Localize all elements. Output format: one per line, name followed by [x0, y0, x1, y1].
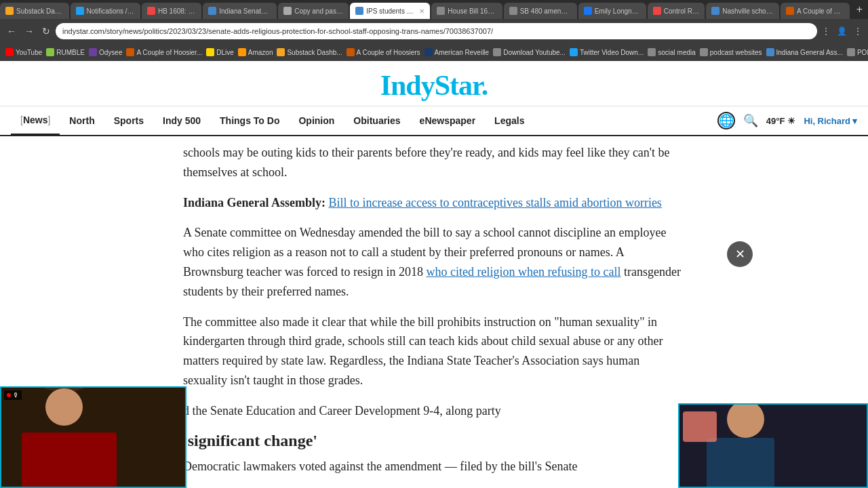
video-right-content: [679, 405, 867, 487]
bookmark-favicon: [425, 48, 433, 56]
bookmark-dlive[interactable]: DLive: [206, 48, 234, 56]
tab-favicon: [711, 7, 719, 15]
tab-label: Notifications / Tw...: [87, 7, 135, 15]
menu-button[interactable]: ⋮: [852, 25, 864, 37]
nav-label-legals: Legals: [494, 115, 524, 126]
site-logo: IndyStar.: [0, 69, 868, 102]
video-badge-text: 🎙: [13, 392, 19, 399]
browser-tabs: Substack Dashb... Notifications / Tw... …: [0, 0, 868, 19]
tab-twitter[interactable]: Notifications / Tw...: [71, 3, 140, 19]
bookmark-favicon: [493, 48, 501, 56]
nav-item-north[interactable]: North: [60, 106, 104, 136]
address-bar[interactable]: indystar.com/story/news/politics/2023/03…: [56, 23, 817, 39]
nav-item-news[interactable]: [ News ]: [11, 106, 60, 136]
person-right-body: [707, 438, 774, 487]
bookmark-youtube[interactable]: YouTube: [5, 48, 42, 56]
bookmark-label: social media: [658, 49, 696, 56]
tab-favicon: [208, 7, 216, 15]
tab-label: SB 480 amendme...: [520, 7, 572, 15]
bookmark-favicon: [766, 48, 774, 56]
tab-favicon: [584, 7, 592, 15]
nav-item-legals[interactable]: Legals: [485, 106, 534, 136]
bookmark-podcast-topics[interactable]: PODCAST TOPICS: [847, 48, 868, 56]
reload-button[interactable]: ↻: [39, 24, 53, 38]
video-badge: 🎙: [4, 390, 22, 400]
tab-hb1608[interactable]: HB 1608: Bill...: [142, 3, 201, 19]
tab-label: IPS students walk...: [366, 7, 416, 15]
tab-sb480[interactable]: SB 480 amendme...: [504, 3, 577, 19]
tab-favicon: [147, 7, 155, 15]
contraceptives-link[interactable]: Bill to increase access to contraceptive…: [329, 196, 662, 209]
tab-substack[interactable]: Substack Dashb...: [0, 3, 69, 19]
nav-label-things-to-do: Things To Do: [220, 115, 279, 126]
bookmark-favicon: [206, 48, 214, 56]
nav-label-north: North: [69, 115, 94, 126]
bookmark-podcast-websites[interactable]: podcast websites: [700, 48, 762, 56]
tab-label: Copy and paste?...: [294, 7, 343, 15]
nav-temperature: 49°F ☀: [766, 116, 796, 126]
bookmarks-bar: YouTube RUMBLE Odysee A Couple of Hoosie…: [0, 43, 868, 61]
bookmark-download-youtube[interactable]: Download Youtube...: [493, 48, 566, 56]
brownsburg-link[interactable]: who cited religion when refusing to call: [427, 265, 621, 279]
close-button[interactable]: ✕: [727, 241, 753, 267]
nav-label-sports: Sports: [114, 115, 144, 126]
nav-item-sports[interactable]: Sports: [104, 106, 153, 136]
tab-favicon: [283, 7, 292, 15]
bookmark-indiana-general[interactable]: Indiana General Ass...: [766, 48, 843, 56]
tab-label: Emily Longnecker: [595, 7, 641, 15]
tab-copy[interactable]: Copy and paste?...: [278, 3, 349, 19]
tab-emily[interactable]: Emily Longnecker: [578, 3, 646, 19]
tab-ips[interactable]: IPS students walk... ✕: [350, 3, 430, 19]
bookmark-couple-hoosiers2[interactable]: A Couple of Hoosiers: [347, 48, 420, 56]
video-overlay-left[interactable]: 🎙: [0, 386, 186, 488]
nav-label-obituaries: Obituaries: [353, 115, 400, 126]
nav-item-indy500[interactable]: Indy 500: [153, 106, 210, 136]
tab-close-icon[interactable]: ✕: [419, 7, 425, 15]
bookmark-social-media[interactable]: social media: [648, 48, 696, 56]
bookmark-couple-hoosier[interactable]: A Couple of Hoosier...: [126, 48, 202, 56]
nav-right: 🌐 🔍 49°F ☀ Hi, Richard ▾: [717, 112, 857, 129]
nav-label-indy500: Indy 500: [163, 115, 201, 126]
bookmark-label: podcast websites: [710, 49, 762, 56]
nav-item-enewspaper[interactable]: eNewspaper: [410, 106, 485, 136]
person-right-head: [727, 403, 764, 438]
bookmark-favicon: [847, 48, 855, 56]
tab-favicon: [509, 7, 517, 15]
nav-item-things-to-do[interactable]: Things To Do: [210, 106, 289, 136]
tab-nashville[interactable]: Nashville school s...: [706, 3, 779, 19]
bookmark-amazon[interactable]: Amazon: [238, 48, 273, 56]
tab-house-bill[interactable]: House Bill 1608 -...: [431, 3, 502, 19]
tab-controlroom[interactable]: Control Room: [648, 3, 705, 19]
nav-search-icon[interactable]: 🔍: [743, 113, 758, 128]
browser-toolbar: ← → ↻ indystar.com/story/news/politics/2…: [0, 19, 868, 43]
live-indicator: [7, 393, 11, 397]
forward-button[interactable]: →: [22, 24, 37, 38]
bookmark-american-reveille[interactable]: American Reveille: [425, 48, 490, 56]
tab-indiana-senate[interactable]: Indiana Senate pa...: [203, 3, 277, 19]
article-paragraph-4: d the Senate Education and Career Develo…: [183, 401, 685, 421]
bookmark-label: American Reveille: [435, 49, 490, 56]
nav-user[interactable]: Hi, Richard ▾: [804, 116, 857, 126]
tab-favicon: [437, 7, 445, 15]
nav-item-obituaries[interactable]: Obituaries: [344, 106, 410, 136]
nav-globe-icon[interactable]: 🌐: [717, 112, 735, 129]
bookmark-label: Odysee: [99, 49, 122, 56]
video-overlay-right[interactable]: [678, 403, 868, 488]
browser-actions: ⋮ 👤 ⋮: [820, 25, 864, 37]
bookmark-label: Amazon: [248, 49, 273, 56]
bookmark-odysee[interactable]: Odysee: [89, 48, 122, 56]
person-head: [45, 388, 83, 426]
profile-button[interactable]: 👤: [835, 25, 849, 37]
bookmark-label: Twitter Video Down...: [580, 49, 644, 56]
tab-couple-hoosiers[interactable]: A Couple of Hoo...: [781, 3, 850, 19]
bookmark-substack[interactable]: Substack Dashb...: [277, 48, 342, 56]
nav-item-opinion[interactable]: Opinion: [289, 106, 344, 136]
bookmark-label: A Couple of Hoosier...: [136, 49, 202, 56]
chevron-down-icon: ▾: [852, 116, 857, 126]
back-button[interactable]: ←: [4, 24, 19, 38]
new-tab-button[interactable]: +: [851, 3, 868, 16]
tab-label: Substack Dashb...: [16, 7, 64, 15]
bookmark-rumble[interactable]: RUMBLE: [46, 48, 85, 56]
bookmark-twitter-video[interactable]: Twitter Video Down...: [570, 48, 644, 56]
extensions-button[interactable]: ⋮: [820, 25, 832, 37]
